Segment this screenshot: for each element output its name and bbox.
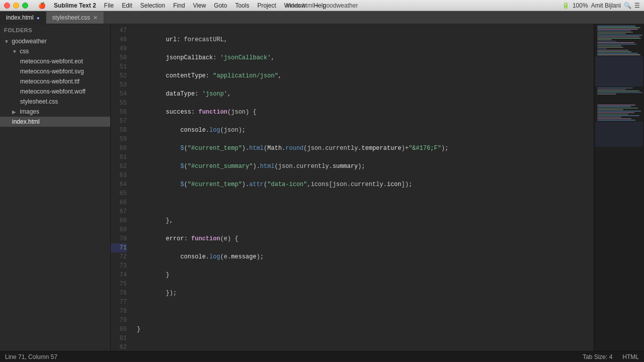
tools-menu[interactable]: Tools <box>231 2 253 9</box>
close-button[interactable] <box>4 3 10 9</box>
sidebar-item-goodweather[interactable]: ▼ goodweather <box>0 36 110 46</box>
code-line-59: console.log(e.message); <box>135 252 594 261</box>
app-menu[interactable]: Sublime Text 2 <box>50 2 100 9</box>
maximize-button[interactable] <box>22 3 28 9</box>
sidebar-item-index-html[interactable]: index.html <box>0 117 110 127</box>
minimap-content <box>594 24 644 149</box>
content: FOLDERS ▼ goodweather ▼ css meteocons-we… <box>0 24 644 351</box>
tabbar: index.html ● stylesheet.css ✕ <box>0 11 644 24</box>
arrow-right-icon: ▶ <box>12 109 18 115</box>
line-num: 66 <box>111 198 127 207</box>
editor: 47 48 49 50 51 52 53 54 55 56 57 58 59 6… <box>111 24 644 351</box>
line-num: 75 <box>111 280 127 289</box>
code-line-58: error: function(e) { <box>135 234 594 243</box>
arrow-down-icon: ▼ <box>4 39 10 44</box>
line-num: 50 <box>111 53 127 62</box>
line-num: 80 <box>111 325 127 334</box>
tab-stylesheet-css[interactable]: stylesheet.css ✕ <box>46 12 104 24</box>
sidebar-item-meteocons-eot[interactable]: meteocons-webfont.eot <box>0 56 110 66</box>
line-num: 78 <box>111 307 127 316</box>
sidebar-item-meteocons-woff[interactable]: meteocons-webfont.woff <box>0 86 110 97</box>
code-line-48: jsonpCallback: 'jsonCallback', <box>135 53 594 62</box>
line-num: 58 <box>111 126 127 135</box>
tab-modified-indicator: ● <box>37 15 40 21</box>
tab-label: index.html <box>6 14 34 21</box>
search-icon[interactable]: 🔍 <box>624 2 631 9</box>
folders-header: FOLDERS <box>0 24 110 36</box>
line-num: 77 <box>111 298 127 307</box>
line-num: 60 <box>111 144 127 153</box>
line-num: 67 <box>111 207 127 216</box>
sidebar-item-css[interactable]: ▼ css <box>0 46 110 56</box>
line-numbers: 47 48 49 50 51 52 53 54 55 56 57 58 59 6… <box>111 24 131 351</box>
code-line-53: $("#current_temp").html(Math.round(json.… <box>135 144 594 153</box>
cursor-position: Line 71, Column 57 <box>5 353 57 360</box>
line-num: 76 <box>111 289 127 298</box>
line-num: 74 <box>111 270 127 280</box>
sidebar-item-stylesheet-css[interactable]: stylesheet.css <box>0 97 110 107</box>
code-line-49: contentType: "application/json", <box>135 71 594 80</box>
code-line-61: }); <box>135 289 594 298</box>
file-menu[interactable]: File <box>100 2 118 9</box>
app: index.html ● stylesheet.css ✕ FOLDERS ▼ … <box>0 11 644 362</box>
find-menu[interactable]: Find <box>169 2 189 9</box>
code-line-54: $("#current_summary").html(json.currentl… <box>135 162 594 171</box>
window-buttons <box>4 3 28 9</box>
goto-menu[interactable]: Goto <box>210 2 231 9</box>
sidebar-item-meteocons-ttf[interactable]: meteocons-webfont.ttf <box>0 76 110 86</box>
code-line-47: url: forecastURL, <box>135 35 594 44</box>
line-num: 70 <box>111 234 127 243</box>
line-num: 79 <box>111 316 127 325</box>
view-menu[interactable]: View <box>189 2 210 9</box>
tab-size: Tab Size: 4 <box>583 353 612 360</box>
apple-menu[interactable]: 🍎 <box>34 2 50 9</box>
code-line-52: console.log(json); <box>135 126 594 135</box>
line-num: 72 <box>111 252 127 261</box>
line-num: 59 <box>111 135 127 144</box>
line-num: 69 <box>111 225 127 234</box>
edit-menu[interactable]: Edit <box>118 2 136 9</box>
right-icons: 🔋 100% Amit Bijlani 🔍 ☰ <box>562 2 640 9</box>
project-menu[interactable]: Project <box>253 2 280 9</box>
user-label: Amit Bijlani <box>591 2 621 9</box>
window-title: index.html — goodweather <box>286 2 358 9</box>
line-num: 57 <box>111 117 127 126</box>
sidebar-item-images[interactable]: ▶ images <box>0 107 110 117</box>
code-area[interactable]: 47 48 49 50 51 52 53 54 55 56 57 58 59 6… <box>111 24 594 351</box>
tab-close-icon[interactable]: ✕ <box>93 15 98 21</box>
minimap[interactable] <box>594 24 644 351</box>
line-num: 48 <box>111 35 127 44</box>
code-line-55: $("#current_temp").attr("data-icon",icon… <box>135 180 594 189</box>
line-num: 53 <box>111 80 127 89</box>
code-line-63: } <box>135 325 594 334</box>
selection-menu[interactable]: Selection <box>136 2 169 9</box>
sidebar-item-meteocons-svg[interactable]: meteocons-webfont.svg <box>0 66 110 76</box>
line-num: 52 <box>111 71 127 80</box>
sidebar: FOLDERS ▼ goodweather ▼ css meteocons-we… <box>0 24 111 351</box>
language-mode: HTML <box>622 353 639 360</box>
line-num: 63 <box>111 171 127 180</box>
line-num: 61 <box>111 153 127 162</box>
tab-index-html[interactable]: index.html ● <box>0 12 46 24</box>
line-num-active: 71 <box>111 243 127 252</box>
code-line-62 <box>135 307 594 316</box>
arrow-down-icon: ▼ <box>12 49 18 54</box>
line-num: 56 <box>111 108 127 117</box>
line-num: 62 <box>111 162 127 171</box>
code-line-57: }, <box>135 216 594 225</box>
line-num: 55 <box>111 99 127 108</box>
titlebar: 🍎 Sublime Text 2 File Edit Selection Fin… <box>0 0 644 11</box>
code-line-60: } <box>135 270 594 280</box>
code-content[interactable]: url: forecastURL, jsonpCallback: 'jsonCa… <box>131 24 594 351</box>
list-icon[interactable]: ☰ <box>634 2 640 9</box>
tab-label: stylesheet.css <box>52 14 90 21</box>
line-num: 54 <box>111 89 127 99</box>
minimize-button[interactable] <box>13 3 19 9</box>
line-num: 73 <box>111 261 127 270</box>
line-num: 82 <box>111 343 127 351</box>
code-line-56 <box>135 198 594 207</box>
line-num: 64 <box>111 180 127 189</box>
line-num: 81 <box>111 334 127 343</box>
line-num: 49 <box>111 44 127 53</box>
code-line-51: success: function(json) { <box>135 108 594 117</box>
